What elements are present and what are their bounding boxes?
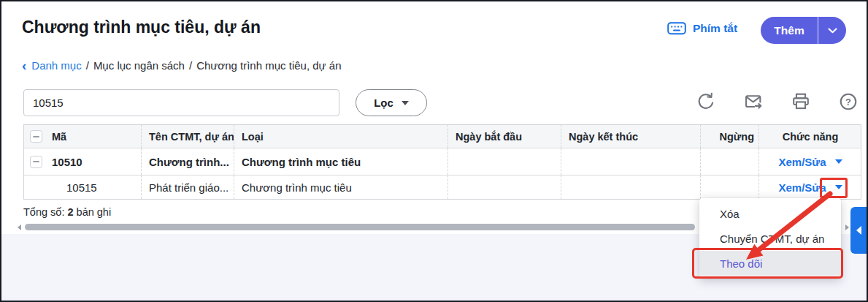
cell-stopped <box>700 148 758 175</box>
breadcrumb-link-danh-muc[interactable]: Danh mục <box>31 59 81 72</box>
cell-end-date <box>561 175 700 199</box>
shortcut-label: Phím tắt <box>693 22 737 35</box>
scroll-left-icon[interactable] <box>18 224 21 230</box>
cell-code: 10515 <box>47 175 141 199</box>
column-header-type[interactable]: Loại <box>234 125 448 148</box>
record-count: Tổng số: 2 bản ghi <box>23 206 111 218</box>
breadcrumb-item-current: Chương trình mục tiêu, dự án <box>196 59 341 72</box>
refresh-icon[interactable] <box>696 91 716 112</box>
cell-end-date <box>561 148 700 175</box>
keyboard-icon <box>667 22 686 35</box>
column-header-code[interactable]: Mã <box>47 125 141 148</box>
view-edit-link[interactable]: Xem/Sửa <box>778 181 826 194</box>
toolbar-icon-group: ? <box>696 91 859 112</box>
breadcrumb-separator: / <box>189 59 192 72</box>
scrollbar-thumb[interactable] <box>25 224 695 230</box>
app-window: Chương trình mục tiêu, dự án Phím tắt Th… <box>0 0 868 302</box>
breadcrumb: ‹ Danh mục / Mục lục ngân sách / Chương … <box>22 59 341 72</box>
column-header-stopped[interactable]: Ngừng <box>700 125 758 148</box>
filter-button[interactable]: Lọc <box>356 89 427 116</box>
chevron-down-icon <box>828 28 837 34</box>
cell-name: Phát triển giáo... <box>141 175 234 199</box>
caret-down-icon <box>402 101 409 105</box>
record-count-value: 2 <box>67 206 73 218</box>
menu-item-delete[interactable]: Xóa <box>699 201 841 226</box>
add-split-button[interactable]: Thêm <box>761 17 846 44</box>
breadcrumb-item: Mục lục ngân sách <box>93 59 185 72</box>
table-header-row: Mã Tên CTMT, dự án Loại Ngày bắt đầu Ngà… <box>24 125 861 148</box>
cell-code: 10510 <box>47 148 141 175</box>
table-row[interactable]: 10510 Chương trình... Chương trình mục t… <box>24 148 861 175</box>
annotation-box-follow <box>692 248 843 279</box>
column-header-name[interactable]: Tên CTMT, dự án <box>141 125 234 148</box>
row-actions-caret-icon[interactable] <box>835 159 842 164</box>
filter-label: Lọc <box>374 97 393 109</box>
cell-name: Chương trình... <box>141 148 234 175</box>
record-count-label: Tổng số: <box>23 206 64 218</box>
back-chevron-icon[interactable]: ‹ <box>22 61 26 71</box>
table-row[interactable]: 10515 Phát triển giáo... Chương trình mụ… <box>24 175 861 199</box>
cell-type: Chương trình mục tiêu <box>234 175 448 199</box>
shortcut-link[interactable]: Phím tắt <box>667 22 737 35</box>
menu-item-move-ctmt[interactable]: Chuyển CTMT, dự án <box>699 226 841 251</box>
page-title: Chương trình mục tiêu, dự án <box>22 18 261 37</box>
scroll-right-icon[interactable] <box>845 224 849 230</box>
record-count-unit: bản ghi <box>77 206 112 218</box>
add-dropdown-toggle[interactable] <box>818 17 846 44</box>
select-all-checkbox[interactable] <box>30 130 42 143</box>
row-collapse-toggle[interactable] <box>30 156 42 168</box>
data-table: Mã Tên CTMT, dự án Loại Ngày bắt đầu Ngà… <box>23 124 861 200</box>
add-button[interactable]: Thêm <box>761 17 818 44</box>
column-header-end-date[interactable]: Ngày kết thúc <box>561 125 700 148</box>
send-mail-icon[interactable] <box>743 91 764 112</box>
svg-text:?: ? <box>845 97 851 107</box>
collapse-panel-toggle[interactable] <box>850 207 867 254</box>
annotation-box-caret <box>820 178 848 198</box>
search-input[interactable] <box>23 89 339 116</box>
help-icon[interactable]: ? <box>838 91 859 112</box>
view-edit-link[interactable]: Xem/Sửa <box>778 156 826 168</box>
collapse-panel-icon <box>856 226 861 235</box>
column-header-actions[interactable]: Chức năng <box>758 125 861 148</box>
cell-start-date <box>448 175 561 199</box>
print-icon[interactable] <box>791 91 811 112</box>
breadcrumb-separator: / <box>86 59 89 72</box>
cell-type: Chương trình mục tiêu <box>234 148 448 175</box>
column-header-start-date[interactable]: Ngày bắt đầu <box>448 125 561 148</box>
cell-stopped <box>700 175 758 199</box>
cell-start-date <box>448 148 561 175</box>
